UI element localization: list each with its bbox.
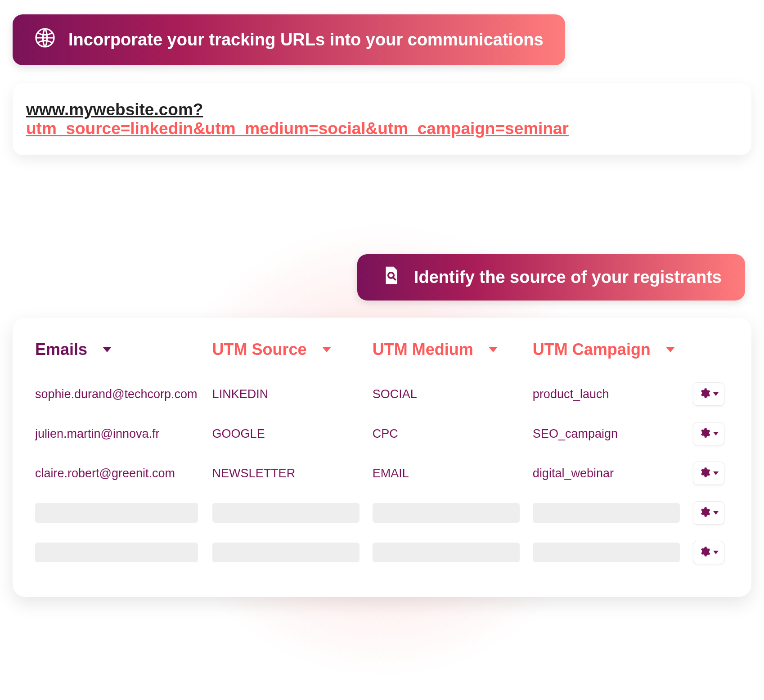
caret-down-icon	[103, 347, 112, 352]
table-row: julien.martin@innova.frGOOGLECPCSEO_camp…	[35, 414, 729, 453]
cell-source: NEWSLETTER	[212, 467, 373, 480]
banner-identify-source: Identify the source of your registrants	[357, 254, 745, 301]
table-row-empty	[35, 533, 729, 572]
url-example-card: www.mywebsite.com?utm_source=linkedin&ut…	[13, 83, 751, 155]
table-header-row: Emails UTM Source UTM Medium UTM Campaig…	[35, 340, 729, 359]
placeholder-cell	[533, 503, 680, 523]
gear-icon	[699, 506, 710, 520]
cell-medium: CPC	[373, 427, 533, 441]
row-actions-button[interactable]	[693, 501, 724, 525]
cell-medium: SOCIAL	[373, 387, 533, 401]
caret-down-icon	[666, 347, 675, 352]
banner-tracking-urls-label: Incorporate your tracking URLs into your…	[68, 30, 544, 49]
row-actions-button[interactable]	[693, 382, 724, 406]
registrants-table: Emails UTM Source UTM Medium UTM Campaig…	[13, 318, 751, 597]
placeholder-cell	[373, 543, 520, 562]
column-header-utm-campaign-label: UTM Campaign	[533, 340, 651, 359]
placeholder-cell	[533, 543, 680, 562]
globe-icon	[34, 27, 56, 53]
gear-icon	[699, 387, 710, 401]
caret-down-icon	[322, 347, 331, 352]
placeholder-cell	[35, 503, 198, 523]
caret-down-icon	[713, 551, 719, 554]
caret-down-icon	[713, 432, 719, 435]
caret-down-icon	[713, 392, 719, 396]
cell-email: sophie.durand@techcorp.com	[35, 387, 212, 401]
cell-campaign: digital_webinar	[533, 467, 693, 480]
caret-down-icon	[713, 471, 719, 475]
column-header-emails[interactable]: Emails	[35, 340, 212, 359]
url-base-text: www.mywebsite.com?	[26, 100, 203, 119]
table-row: claire.robert@greenit.comNEWSLETTEREMAIL…	[35, 453, 729, 493]
cell-medium: EMAIL	[373, 467, 533, 480]
gear-icon	[699, 546, 710, 559]
banner-tracking-urls: Incorporate your tracking URLs into your…	[13, 14, 565, 65]
column-header-utm-source[interactable]: UTM Source	[212, 340, 373, 359]
banner-identify-source-label: Identify the source of your registrants	[414, 268, 722, 287]
url-utm-text: utm_source=linkedin&utm_medium=social&ut…	[26, 119, 569, 138]
placeholder-cell	[373, 503, 520, 523]
row-actions-button[interactable]	[693, 462, 724, 485]
placeholder-cell	[212, 543, 360, 562]
table-row: sophie.durand@techcorp.comLINKEDINSOCIAL…	[35, 374, 729, 414]
column-header-emails-label: Emails	[35, 340, 87, 359]
gear-icon	[699, 467, 710, 480]
cell-email: claire.robert@greenit.com	[35, 467, 212, 480]
row-actions-button[interactable]	[693, 541, 724, 564]
placeholder-cell	[35, 543, 198, 562]
gear-icon	[699, 427, 710, 440]
cell-campaign: product_lauch	[533, 387, 693, 401]
cell-source: GOOGLE	[212, 427, 373, 441]
cell-campaign: SEO_campaign	[533, 427, 693, 441]
cell-source: LINKEDIN	[212, 387, 373, 401]
caret-down-icon	[489, 347, 498, 352]
document-search-icon	[381, 265, 401, 290]
placeholder-cell	[212, 503, 360, 523]
column-header-utm-medium-label: UTM Medium	[373, 340, 473, 359]
cell-email: julien.martin@innova.fr	[35, 427, 212, 441]
column-header-utm-source-label: UTM Source	[212, 340, 307, 359]
table-row-empty	[35, 493, 729, 533]
row-actions-button[interactable]	[693, 422, 724, 445]
column-header-utm-campaign[interactable]: UTM Campaign	[533, 340, 693, 359]
column-header-utm-medium[interactable]: UTM Medium	[373, 340, 533, 359]
caret-down-icon	[713, 511, 719, 515]
